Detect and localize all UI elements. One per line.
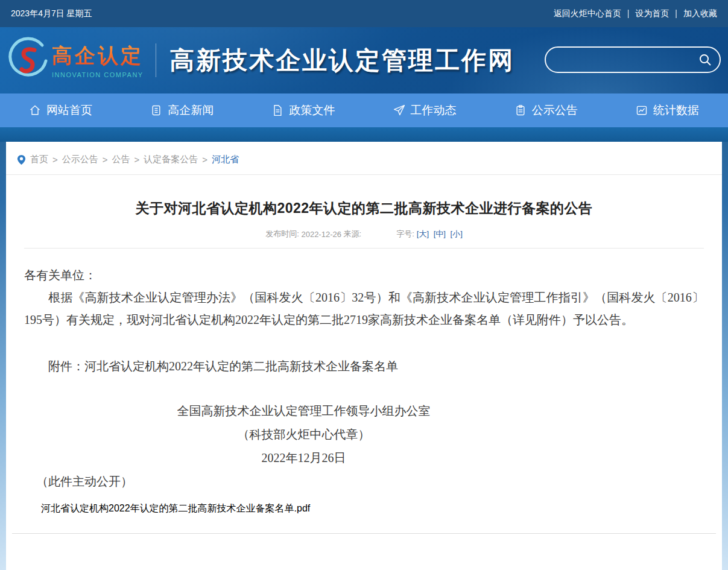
salutation: 各有关单位： bbox=[24, 264, 704, 287]
search-icon[interactable] bbox=[698, 52, 712, 67]
font-size-medium-button[interactable]: [中] bbox=[434, 229, 446, 238]
link-add-favorites[interactable]: 加入收藏 bbox=[683, 8, 717, 18]
nav-item-label: 工作动态 bbox=[411, 103, 457, 118]
search-box bbox=[545, 46, 721, 73]
breadcrumb-separator: > bbox=[52, 154, 58, 165]
logo-text: 高企认定 INNOVATION COMPANY bbox=[52, 42, 144, 78]
nav-item-home[interactable]: 网站首页 bbox=[0, 93, 121, 127]
chart-icon bbox=[636, 104, 648, 116]
nav-item-label: 网站首页 bbox=[46, 103, 92, 118]
fontsize-label: 字号: bbox=[396, 229, 414, 239]
current-date: 2023年4月7日 星期五 bbox=[11, 8, 92, 19]
header-banner: 高企认定 INNOVATION COMPANY 高新技术企业认定管理工作网 bbox=[0, 27, 728, 93]
bottom-divider bbox=[12, 533, 716, 534]
nav-item-policy[interactable]: 政策文件 bbox=[242, 93, 364, 127]
main-nav: 网站首页 高企新闻 政策文件 工作动态 公示公告 统计数据 bbox=[0, 93, 728, 127]
nav-item-label: 政策文件 bbox=[289, 103, 335, 118]
nav-bottom-strip bbox=[0, 127, 728, 142]
news-icon bbox=[150, 104, 162, 116]
attachment-pdf-link[interactable]: 河北省认定机构2022年认定的第二批高新技术企业备案名单.pdf bbox=[41, 502, 310, 515]
paper-plane-icon bbox=[393, 104, 405, 116]
search-input[interactable] bbox=[546, 48, 698, 72]
breadcrumb-separator: > bbox=[135, 154, 140, 165]
attachment-line: 附件：河北省认定机构2022年认定的第二批高新技术企业备案名单 bbox=[24, 355, 704, 378]
signature-date: 2022年12月26日 bbox=[24, 446, 583, 470]
topbar-separator: | bbox=[627, 8, 630, 18]
article-meta: 发布时间: 2022-12-26 来源: 字号: [大] [中] [小] bbox=[24, 229, 704, 239]
disclosure-note: （此件主动公开） bbox=[24, 470, 704, 493]
nav-item-announcements[interactable]: 公示公告 bbox=[486, 93, 607, 127]
nav-item-label: 统计数据 bbox=[653, 103, 699, 118]
breadcrumb-separator: > bbox=[202, 154, 207, 165]
topbar-links: 返回火炬中心首页|设为首页|加入收藏 bbox=[554, 8, 717, 19]
location-pin-icon bbox=[17, 154, 26, 165]
crumb-announcements[interactable]: 公示公告 bbox=[62, 154, 98, 165]
site-logo[interactable]: 高企认定 INNOVATION COMPANY bbox=[6, 37, 144, 84]
nav-item-statistics[interactable]: 统计数据 bbox=[607, 93, 728, 127]
topbar: 2023年4月7日 星期五 返回火炬中心首页|设为首页|加入收藏 bbox=[0, 0, 728, 27]
logo-subtitle: INNOVATION COMPANY bbox=[52, 71, 144, 78]
crumb-notice[interactable]: 公告 bbox=[112, 154, 130, 165]
signature-block: 全国高新技术企业认定管理工作领导小组办公室 （科技部火炬中心代章） 2022年1… bbox=[24, 399, 704, 470]
nav-item-news[interactable]: 高企新闻 bbox=[121, 93, 242, 127]
signature-seal: （科技部火炬中心代章） bbox=[24, 423, 583, 446]
clipboard-icon bbox=[514, 104, 527, 116]
article: 关于对河北省认定机构2022年认定的第二批高新技术企业进行备案的公告 发布时间:… bbox=[6, 199, 722, 515]
publish-time-label: 发布时间: bbox=[265, 229, 299, 239]
link-torch-home[interactable]: 返回火炬中心首页 bbox=[554, 8, 621, 18]
site-title: 高新技术企业认定管理工作网 bbox=[169, 44, 514, 77]
font-size-large-button[interactable]: [大] bbox=[417, 229, 429, 238]
breadcrumb-separator: > bbox=[103, 154, 108, 165]
link-set-homepage[interactable]: 设为首页 bbox=[635, 8, 669, 18]
document-icon bbox=[271, 104, 283, 116]
font-size-small-button[interactable]: [小] bbox=[451, 229, 463, 238]
nav-item-label: 高企新闻 bbox=[168, 103, 214, 118]
logo-title: 高企认定 bbox=[52, 42, 144, 70]
crumb-hebei[interactable]: 河北省 bbox=[212, 154, 239, 165]
banner-divider bbox=[156, 43, 156, 77]
main-paragraph: 根据《高新技术企业认定管理办法》（国科发火〔2016〕32号）和《高新技术企业认… bbox=[24, 287, 704, 331]
article-title: 关于对河北省认定机构2022年认定的第二批高新技术企业进行备案的公告 bbox=[24, 199, 704, 218]
crumb-home[interactable]: 首页 bbox=[30, 154, 48, 165]
signature-org: 全国高新技术企业认定管理工作领导小组办公室 bbox=[24, 399, 583, 423]
nav-item-label: 公示公告 bbox=[532, 103, 578, 118]
font-size-controls: [大] [中] [小] bbox=[414, 229, 463, 239]
source-label: 来源: bbox=[344, 229, 362, 239]
breadcrumb: 首页 > 公示公告 > 公告 > 认定备案公告 > 河北省 bbox=[6, 142, 722, 175]
topbar-separator: | bbox=[675, 8, 677, 18]
logo-icon bbox=[6, 37, 49, 84]
meta-divider bbox=[24, 248, 704, 249]
nav-item-work-trends[interactable]: 工作动态 bbox=[364, 93, 486, 127]
publish-date: 2022-12-26 bbox=[301, 230, 341, 239]
document-body: 各有关单位： 根据《高新技术企业认定管理办法》（国科发火〔2016〕32号）和《… bbox=[24, 264, 704, 493]
home-icon bbox=[29, 104, 41, 116]
content-panel: 首页 > 公示公告 > 公告 > 认定备案公告 > 河北省 关于对河北省认定机构… bbox=[6, 142, 722, 570]
crumb-filing-notice[interactable]: 认定备案公告 bbox=[144, 154, 198, 165]
